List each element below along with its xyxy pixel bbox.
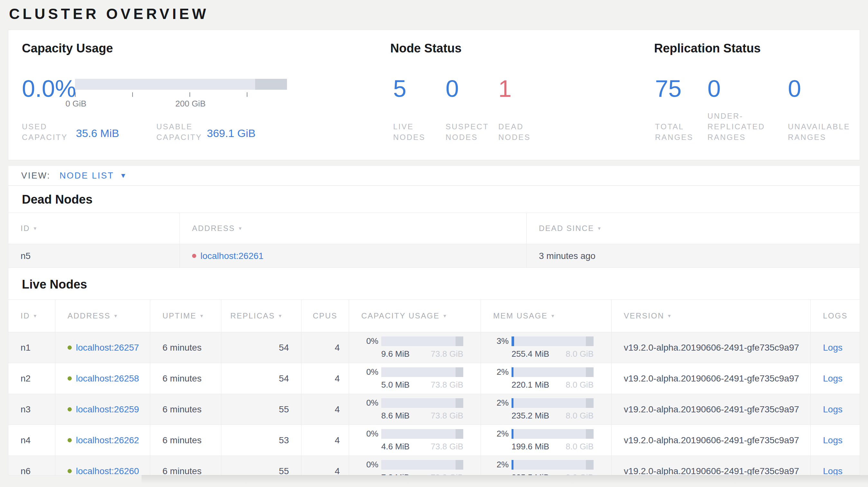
logs-link[interactable]: Logs [823, 404, 843, 415]
mem-bar-dark-segment [586, 367, 594, 377]
node-version: v19.2.0-alpha.20190606-2491-gfe735c9a97 [612, 363, 811, 394]
mem-usage-cell: 2% 225.5 MiB 8.0 GiB [481, 456, 612, 475]
mem-used-value: 220.1 MiB [512, 380, 549, 390]
dead-col-address[interactable]: ADDRESS ▼ [180, 213, 527, 244]
total-ranges-count: 75 [655, 77, 681, 101]
capacity-used-value: 5.0 MiB [381, 380, 409, 390]
mem-percent-label: 3% [481, 336, 512, 346]
live-status-dot-icon [68, 376, 72, 381]
capacity-used-value: 4.6 MiB [381, 442, 409, 452]
capacity-percent-label: 0% [349, 367, 381, 377]
under-replicated-label: UNDER-REPLICATED RANGES [708, 111, 781, 142]
logs-cell: Logs [811, 394, 860, 425]
dead-node-id: n5 [8, 244, 180, 268]
col-capacity-usage[interactable]: CAPACITY USAGE ▼ [349, 300, 481, 332]
sort-icon: ▼ [199, 313, 205, 319]
node-address-link[interactable]: localhost:26257 [76, 343, 139, 353]
live-node-row: n4 localhost:26262 6 minutes 53 4 0% 4.6… [8, 425, 860, 456]
col-uptime[interactable]: UPTIME ▼ [150, 300, 221, 332]
node-address-cell: localhost:26257 [55, 332, 150, 363]
capacity-usage-cell: 0% 5.0 MiB 73.8 GiB [349, 363, 481, 394]
logs-link[interactable]: Logs [823, 343, 843, 353]
node-address-link[interactable]: localhost:26262 [76, 435, 139, 446]
live-nodes-heading: Live Nodes [8, 268, 860, 299]
node-version: v19.2.0-alpha.20190606-2491-gfe735c9a97 [612, 425, 811, 455]
node-id: n1 [8, 332, 55, 363]
capacity-usage-cell: 0% 9.6 MiB 73.8 GiB [349, 332, 481, 363]
logs-link[interactable]: Logs [823, 435, 843, 446]
view-selector-dropdown[interactable]: NODE LIST ▼ [60, 171, 126, 181]
mem-bar-dark-segment [586, 398, 594, 408]
dead-col-dead-since[interactable]: DEAD SINCE ▼ [527, 213, 860, 244]
live-status-dot-icon [68, 469, 72, 473]
node-status-heading: Node Status [390, 41, 462, 55]
dead-col-id[interactable]: ID ▼ [8, 213, 180, 244]
capacity-bar [381, 429, 463, 439]
capacity-bar-dark-segment [456, 367, 463, 377]
node-id: n3 [8, 394, 55, 425]
node-replicas: 54 [221, 363, 302, 394]
capacity-usage-cell: 0% 4.6 MiB 73.8 GiB [349, 425, 481, 455]
view-selected-value[interactable]: NODE LIST [60, 171, 114, 181]
node-id: n2 [8, 363, 55, 394]
mem-usage-cell: 2% 199.6 MiB 8.0 GiB [481, 425, 612, 455]
unavailable-count: 0 [788, 77, 801, 101]
sort-icon: ▼ [33, 313, 38, 319]
capacity-bar-dark-segment [456, 398, 463, 408]
mem-bar [512, 460, 594, 469]
nodes-section: Dead Nodes ID ▼ ADDRESS ▼ DEAD SINCE ▼ n… [8, 186, 860, 475]
node-version: v19.2.0-alpha.20190606-2491-gfe735c9a97 [612, 332, 811, 363]
live-status-dot-icon [68, 438, 72, 442]
axis-tick-label: 200 GiB [175, 99, 206, 109]
sort-icon: ▼ [551, 313, 556, 319]
logs-link[interactable]: Logs [823, 466, 843, 476]
capacity-bar [381, 398, 463, 408]
col-address[interactable]: ADDRESS ▼ [55, 300, 150, 332]
capacity-used-value: 7.8 MiB [381, 473, 409, 475]
mem-percent-label: 2% [481, 429, 512, 439]
mem-bar-dark-segment [586, 460, 594, 469]
capacity-total-value: 73.8 GiB [431, 442, 463, 452]
live-status-dot-icon [68, 346, 72, 350]
node-address-cell: localhost:26262 [55, 425, 150, 455]
chevron-down-icon[interactable]: ▼ [120, 172, 127, 180]
node-address-link[interactable]: localhost:26260 [76, 466, 139, 476]
mem-bar-fill [512, 336, 514, 346]
node-uptime: 6 minutes [150, 425, 221, 455]
col-logs: LOGS [811, 300, 860, 332]
node-address-link[interactable]: localhost:26261 [200, 251, 264, 261]
mem-percent-label: 2% [481, 460, 512, 469]
logs-cell: Logs [811, 425, 860, 455]
capacity-bar-dark-segment [456, 429, 463, 439]
node-address-cell: localhost:26259 [55, 394, 150, 425]
sort-icon: ▼ [443, 313, 448, 319]
mem-bar [512, 429, 594, 439]
sort-icon: ▼ [597, 226, 602, 231]
dead-since-value: 3 minutes ago [527, 244, 860, 268]
under-replicated-count: 0 [708, 77, 721, 101]
node-replicas: 54 [221, 332, 302, 363]
node-address-link[interactable]: localhost:26258 [76, 374, 139, 384]
mem-bar-dark-segment [586, 336, 594, 346]
node-address-link[interactable]: localhost:26259 [76, 404, 139, 415]
capacity-percent-label: 0% [349, 336, 381, 346]
node-cpus: 4 [302, 363, 349, 394]
mem-usage-cell: 2% 220.1 MiB 8.0 GiB [481, 363, 612, 394]
mem-bar-dark-segment [586, 429, 594, 439]
mem-used-value: 199.6 MiB [512, 442, 549, 452]
node-uptime: 6 minutes [150, 363, 221, 394]
live-nodes-table-header: ID ▼ ADDRESS ▼ UPTIME ▼ REPLICAS ▼ CPUS … [8, 299, 860, 332]
logs-link[interactable]: Logs [823, 374, 843, 384]
col-id[interactable]: ID ▼ [8, 300, 55, 332]
usable-capacity-label: USABLE CAPACITY [156, 121, 211, 142]
node-replicas: 55 [221, 394, 302, 425]
dead-status-dot-icon [192, 254, 196, 258]
node-cpus: 4 [302, 456, 349, 475]
used-capacity-value: 35.6 MiB [76, 127, 119, 140]
dead-node-address-cell: localhost:26261 [180, 244, 527, 268]
col-mem-usage[interactable]: MEM USAGE ▼ [481, 300, 612, 332]
col-version[interactable]: VERSION ▼ [612, 300, 811, 332]
axis-tick [247, 92, 247, 97]
col-replicas[interactable]: REPLICAS ▼ [221, 300, 302, 332]
mem-total-value: 8.0 GiB [566, 442, 594, 452]
